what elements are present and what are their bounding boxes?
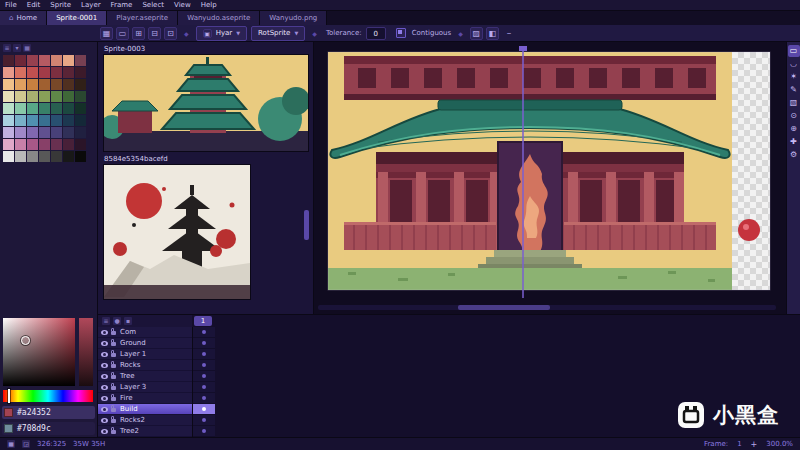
minus-button[interactable]: – [507,28,512,38]
palette-swatch[interactable] [3,139,14,150]
tab-home[interactable]: ⌂Home [0,11,47,25]
reference-thumbnail-ink[interactable] [103,164,251,300]
palette-swatch[interactable] [15,103,26,114]
cel-cell[interactable] [193,404,215,415]
cel-cell[interactable] [193,371,215,382]
palette-swatch[interactable] [75,103,86,114]
palette-swatch[interactable] [75,151,86,162]
layer-row-fire[interactable]: Fire [98,393,192,404]
palette-swatch[interactable] [51,139,62,150]
visibility-column-icon[interactable]: ● [113,317,121,325]
hue-cursor[interactable] [8,389,10,403]
slice-toggle-icon[interactable]: ◲ [22,440,30,448]
palette-swatch[interactable] [75,139,86,150]
move-tool-icon[interactable]: ✚ [788,136,800,148]
lock-icon[interactable] [111,419,116,423]
palette-swatch[interactable] [75,55,86,66]
palette-swatch[interactable] [3,91,14,102]
background-color-row[interactable]: #708d9c [2,422,95,435]
palette-swatch[interactable] [15,151,26,162]
palette-swatch[interactable] [3,127,14,138]
palette-swatch[interactable] [63,79,74,90]
reference-thumbnail-pagoda[interactable] [103,54,309,152]
palette-swatch[interactable] [63,115,74,126]
palette-swatch[interactable] [39,127,50,138]
spray-tool-icon[interactable]: ▧ [788,97,800,109]
palette-swatch[interactable] [51,127,62,138]
lock-icon[interactable] [111,430,116,434]
palette-swatch[interactable] [15,79,26,90]
cel-cell[interactable] [193,426,215,437]
visibility-icon[interactable] [101,418,108,423]
replace-selection-icon[interactable]: ▭ [116,27,129,40]
add-frame-button[interactable]: + [751,440,758,449]
palette-swatch[interactable] [15,91,26,102]
layer-row-rocks2[interactable]: Rocks2 [98,415,192,426]
visibility-icon[interactable] [101,385,108,390]
cel-cell[interactable] [193,360,215,371]
mode-dropdown[interactable]: ▣ Hyar ▼ [196,26,247,41]
lock-icon[interactable] [111,375,116,379]
scrollbar-thumb[interactable] [458,305,550,310]
visibility-icon[interactable] [101,352,108,357]
palette-swatch[interactable] [51,67,62,78]
picker-cursor[interactable] [21,336,30,345]
cel-cell[interactable] [193,382,215,393]
lock-icon[interactable] [111,331,116,335]
visibility-icon[interactable] [101,330,108,335]
palette-swatch[interactable] [27,103,38,114]
palette-swatch[interactable] [3,115,14,126]
add-selection-icon[interactable]: ⊞ [132,27,145,40]
menu-view[interactable]: View [174,1,191,9]
grid-icon[interactable]: ▦ [100,27,113,40]
lock-icon[interactable] [111,408,116,412]
visibility-icon[interactable] [101,396,108,401]
palette-swatch[interactable] [63,151,74,162]
palette-swatch[interactable] [51,103,62,114]
palette-swatch[interactable] [15,55,26,66]
pixel-perfect-icon[interactable]: ▨ [470,27,483,40]
value-strip[interactable] [79,318,93,386]
palette-swatch[interactable] [63,55,74,66]
palette-swatch[interactable] [39,79,50,90]
palette-swatch[interactable] [27,55,38,66]
tab-file-2[interactable]: Wanyudo.aseprite [178,11,260,25]
palette-swatch[interactable] [63,127,74,138]
rect-marquee-tool-icon[interactable]: ▭ [788,45,800,57]
zoom-tool-icon[interactable]: ⊕ [788,123,800,135]
palette-swatch[interactable] [75,91,86,102]
palette-swatch[interactable] [27,115,38,126]
canvas-horizontal-scrollbar[interactable] [318,305,776,310]
palette-swatch[interactable] [15,115,26,126]
palette-swatch[interactable] [3,55,14,66]
layer-row-rocks[interactable]: Rocks [98,360,192,371]
layer-row-ground[interactable]: Ground [98,338,192,349]
tab-file-3[interactable]: Wanyudo.png [260,11,327,25]
palette-swatch[interactable] [63,139,74,150]
palette-swatch[interactable] [3,79,14,90]
palette-options-icon[interactable]: ≡ [3,44,11,52]
palette-swatch[interactable] [75,67,86,78]
settings-tool-icon[interactable]: ⚙ [788,149,800,161]
lock-icon[interactable] [111,353,116,357]
background-color-swatch[interactable] [4,424,13,433]
trim-icon[interactable]: ◧ [486,27,499,40]
menu-layer[interactable]: Layer [81,1,101,9]
palette-swatch[interactable] [39,115,50,126]
lock-icon[interactable] [111,364,116,368]
palette-swatch[interactable] [39,55,50,66]
cel-cell[interactable] [193,338,215,349]
frame-header[interactable]: 1 [194,316,212,326]
palette-swatch[interactable] [27,91,38,102]
palette-swatch[interactable] [3,103,14,114]
timeline-menu-icon[interactable]: ≡ [102,317,110,325]
palette-swatch[interactable] [3,151,14,162]
lock-icon[interactable] [111,386,116,390]
palette-swatch[interactable] [63,91,74,102]
palette-swatch[interactable] [27,139,38,150]
saturation-value-picker[interactable] [3,318,75,386]
palette-swatch[interactable] [39,103,50,114]
lock-icon[interactable] [111,342,116,346]
lasso-tool-icon[interactable]: ◡ [788,58,800,70]
palette-swatch[interactable] [27,79,38,90]
